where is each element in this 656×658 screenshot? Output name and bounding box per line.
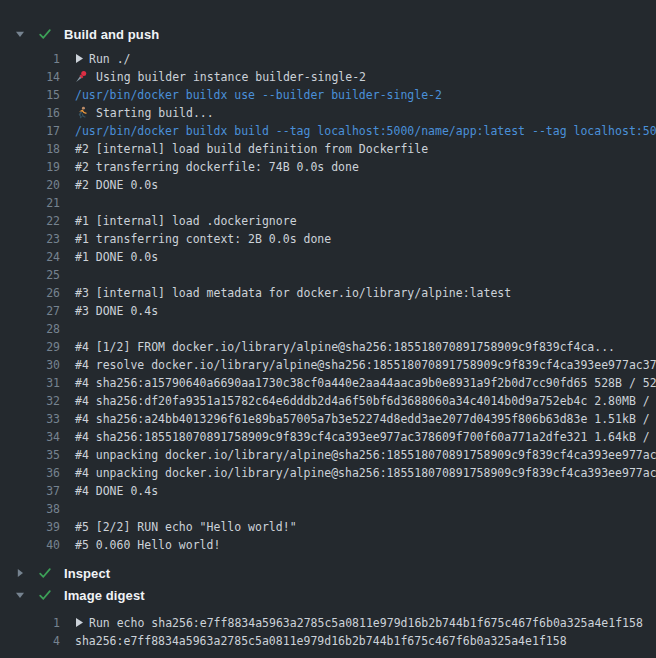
section-title: Build and push	[64, 27, 159, 42]
line-number[interactable]: 37	[0, 482, 75, 500]
line-number[interactable]: 20	[0, 176, 75, 194]
section-header-image-digest[interactable]: Image digest	[0, 584, 656, 606]
line-number[interactable]: 14	[0, 68, 75, 86]
line-number[interactable]: 40	[0, 536, 75, 554]
log-text: Starting build...	[75, 104, 214, 122]
line-number[interactable]: 36	[0, 464, 75, 482]
log-text: Using builder instance builder-single-2	[75, 68, 366, 86]
log-text: /usr/bin/docker buildx use --builder bui…	[75, 86, 442, 104]
line-number[interactable]: 34	[0, 428, 75, 446]
log-text: #5 0.060 Hello world!	[75, 536, 220, 554]
log-text-value: Using builder instance builder-single-2	[96, 70, 366, 84]
check-icon	[38, 566, 52, 580]
line-number[interactable]: 1	[0, 50, 75, 68]
log-text-value: #2 DONE 0.0s	[75, 178, 158, 192]
log-line: 25	[0, 266, 656, 284]
line-number[interactable]: 1	[0, 614, 75, 632]
run-arrow-icon[interactable]	[75, 51, 84, 62]
section-header-build-and-push[interactable]: Build and push	[0, 23, 656, 45]
log-text: #5 [2/2] RUN echo "Hello world!"	[75, 518, 297, 536]
line-number[interactable]: 31	[0, 374, 75, 392]
log-line: 20 #2 DONE 0.0s	[0, 176, 656, 194]
section-title: Inspect	[64, 566, 110, 581]
log-lines: 1 Run ./ 14 Using builder instance build…	[0, 50, 656, 554]
log-text: Run echo sha256:e7ff8834a5963a2785c5a081…	[75, 614, 643, 632]
section-inspect: Inspect	[0, 562, 656, 584]
log-text: /usr/bin/docker buildx build --tag local…	[75, 122, 656, 140]
log-text-value: #2 transferring dockerfile: 74B 0.0s don…	[75, 160, 359, 174]
line-number[interactable]: 24	[0, 248, 75, 266]
log-line: 22 #1 [internal] load .dockerignore	[0, 212, 656, 230]
line-number[interactable]: 23	[0, 230, 75, 248]
log-text-value: #3 [internal] load metadata for docker.i…	[75, 286, 511, 300]
log-text-value: #4 DONE 0.4s	[75, 484, 158, 498]
line-number[interactable]: 21	[0, 194, 75, 212]
section-header-inspect[interactable]: Inspect	[0, 562, 656, 584]
log-text: #3 [internal] load metadata for docker.i…	[75, 284, 511, 302]
log-line: 29 #4 [1/2] FROM docker.io/library/alpin…	[0, 338, 656, 356]
line-number[interactable]: 33	[0, 410, 75, 428]
line-number[interactable]: 16	[0, 104, 75, 122]
log-line: 1 Run echo sha256:e7ff8834a5963a2785c5a0…	[0, 614, 656, 632]
log-line: 40 #5 0.060 Hello world!	[0, 536, 656, 554]
log-text-value: #5 [2/2] RUN echo "Hello world!"	[75, 520, 297, 534]
chevron-down-icon[interactable]	[15, 29, 25, 39]
chevron-right-icon[interactable]	[15, 568, 25, 578]
log-text: #1 transferring context: 2B 0.0s done	[75, 230, 331, 248]
log-lines: 1 Run echo sha256:e7ff8834a5963a2785c5a0…	[0, 614, 656, 650]
section-image-digest: Image digest 1 Run echo sha256:e7ff8834a…	[0, 584, 656, 650]
line-number[interactable]: 28	[0, 320, 75, 338]
log-text: #4 sha256:a15790640a6690aa1730c38cf0a440…	[75, 374, 656, 392]
line-number[interactable]: 30	[0, 356, 75, 374]
chevron-down-icon[interactable]	[15, 590, 25, 600]
log-text: Run ./	[75, 50, 131, 68]
log-text: #2 DONE 0.0s	[75, 176, 158, 194]
log-text: #4 unpacking docker.io/library/alpine@sh…	[75, 446, 656, 464]
log-text-value: #4 unpacking docker.io/library/alpine@sh…	[75, 448, 656, 462]
log-line: 30 #4 resolve docker.io/library/alpine@s…	[0, 356, 656, 374]
log-text-value: #2 [internal] load build definition from…	[75, 142, 428, 156]
line-number[interactable]: 25	[0, 266, 75, 284]
line-number[interactable]: 35	[0, 446, 75, 464]
line-number[interactable]: 15	[0, 86, 75, 104]
log-text: #2 transferring dockerfile: 74B 0.0s don…	[75, 158, 359, 176]
log-text: #4 DONE 0.4s	[75, 482, 158, 500]
pushpin-icon	[75, 70, 88, 83]
line-number[interactable]: 4	[0, 632, 75, 650]
line-number[interactable]: 22	[0, 212, 75, 230]
line-number[interactable]: 29	[0, 338, 75, 356]
line-number[interactable]: 19	[0, 158, 75, 176]
check-icon	[38, 588, 52, 602]
line-number[interactable]: 27	[0, 302, 75, 320]
log-line: 15 /usr/bin/docker buildx use --builder …	[0, 86, 656, 104]
line-number[interactable]: 18	[0, 140, 75, 158]
log-text: #1 DONE 0.0s	[75, 248, 158, 266]
log-line: 26 #3 [internal] load metadata for docke…	[0, 284, 656, 302]
log-line: 19 #2 transferring dockerfile: 74B 0.0s …	[0, 158, 656, 176]
log-line: 35 #4 unpacking docker.io/library/alpine…	[0, 446, 656, 464]
line-number[interactable]: 32	[0, 392, 75, 410]
log-line: 37 #4 DONE 0.4s	[0, 482, 656, 500]
log-text-value: Run echo sha256:e7ff8834a5963a2785c5a081…	[89, 616, 643, 630]
log-text: #3 DONE 0.4s	[75, 302, 158, 320]
line-number[interactable]: 39	[0, 518, 75, 536]
line-number[interactable]: 17	[0, 122, 75, 140]
log-text: #4 sha256:df20fa9351a15782c64e6dddb2d4a6…	[75, 392, 656, 410]
log-text-value: Starting build...	[96, 106, 214, 120]
section-title: Image digest	[64, 588, 145, 603]
run-arrow-icon[interactable]	[75, 615, 84, 626]
log-line: 21	[0, 194, 656, 212]
log-text: #1 [internal] load .dockerignore	[75, 212, 297, 230]
log-line: 14 Using builder instance builder-single…	[0, 68, 656, 86]
log-text-value: #1 transferring context: 2B 0.0s done	[75, 232, 331, 246]
log-text-value: #4 sha256:df20fa9351a15782c64e6dddb2d4a6…	[75, 394, 656, 408]
log-line: 24 #1 DONE 0.0s	[0, 248, 656, 266]
log-line: 39 #5 [2/2] RUN echo "Hello world!"	[0, 518, 656, 536]
log-line: 33 #4 sha256:a24bb4013296f61e89ba57005a7…	[0, 410, 656, 428]
line-number[interactable]: 38	[0, 500, 75, 518]
log-text-value: #4 sha256:a24bb4013296f61e89ba57005a7b3e…	[75, 412, 656, 426]
log-text: sha256:e7ff8834a5963a2785c5a0811e979d16b…	[75, 632, 567, 650]
runner-icon	[75, 106, 88, 119]
line-number[interactable]: 26	[0, 284, 75, 302]
log-line: 31 #4 sha256:a15790640a6690aa1730c38cf0a…	[0, 374, 656, 392]
